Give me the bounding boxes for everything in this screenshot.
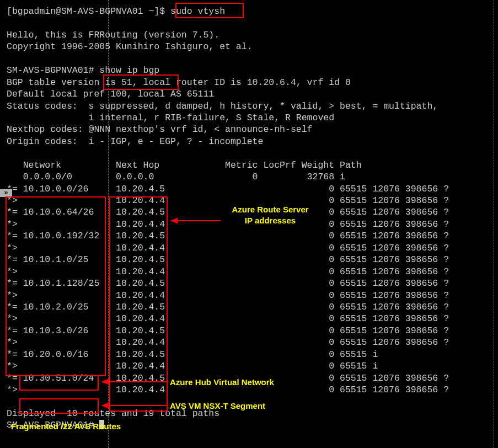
origin-codes: Origin codes: i - IGP, e - EGP, ? - inco…	[7, 136, 263, 147]
annotation-avs-segment: AVS VM NSX-T Segment	[170, 401, 265, 412]
annotation-fragmented: Fragmented /22 AVS Routes	[11, 421, 121, 432]
bgp-row: *= 10.10.1.0/25 10.20.4.5 0 65515 12076 …	[7, 254, 449, 265]
bgp-row: *> 10.20.4.4 0 65515 12076 398656 ?	[7, 313, 449, 324]
frr-copyright: Copyright 1996-2005 Kunihiro Ishiguro, e…	[7, 41, 253, 52]
bgp-row: *= 10.20.0.0/16 10.20.4.5 0 65515 i	[7, 349, 378, 360]
bgp-row: *> 10.20.4.4 0 65515 i	[7, 361, 378, 371]
annotation-ars: Azure Route ServerIP addresses	[221, 204, 320, 226]
svg-marker-3	[102, 379, 109, 385]
svg-marker-1	[171, 218, 178, 223]
status-codes-2: i internal, r RIB-failure, S Stale, R Re…	[7, 113, 334, 123]
bgp-row: *> 10.20.4.4 0 65515 12076 398656 ?	[7, 337, 449, 348]
shell-prompt: [bgpadmin@SM-AVS-BGPNVA01 ~]$	[7, 6, 170, 17]
bgp-header-row: Network Next Hop Metric LocPrf Weight Pa…	[7, 160, 362, 170]
arrow-ars	[165, 215, 221, 226]
bgp-row: *= 10.10.1.128/25 10.20.4.5 0 65515 1207…	[7, 278, 449, 289]
bgp-table-version: BGP table version is 51, local router ID…	[7, 77, 351, 88]
svg-marker-5	[102, 403, 109, 408]
bgp-row: *= 10.10.0.192/32 10.20.4.5 0 65515 1207…	[7, 231, 449, 241]
bgp-row: *= 10.10.3.0/26 10.20.4.5 0 65515 12076 …	[7, 326, 449, 336]
command-sudo-vtysh: sudo vtysh	[170, 6, 225, 17]
bgp-row: *> 10.20.4.4 0 65515 12076 398656 ?	[7, 243, 449, 253]
frr-prompt: SM-AVS-BGPNVA01#	[7, 65, 99, 76]
bgp-row: *> 10.20.4.4 0 65515 12076 398656 ?	[7, 266, 449, 277]
command-show-ip-bgp: show ip bgp	[99, 65, 159, 76]
default-local-pref: Default local pref 100, local AS 65111	[7, 89, 214, 99]
arrow-avs-segment	[97, 400, 168, 411]
scroll-indicator-icon[interactable]: »	[0, 189, 12, 197]
status-codes-1: Status codes: s suppressed, d damped, h …	[7, 101, 438, 111]
bgp-row: *> 10.20.4.4 0 65515 12076 398656 ?	[7, 290, 449, 301]
bgp-row: 0.0.0.0/0 0.0.0.0 0 32768 i	[7, 172, 345, 182]
bgp-row: *= 10.10.2.0/25 10.20.4.5 0 65515 12076 …	[7, 302, 449, 312]
frr-hello: Hello, this is FRRouting (version 7.5).	[7, 30, 219, 40]
arrow-hub	[97, 376, 168, 387]
nexthop-codes: Nexthop codes: @NNN nexthop's vrf id, < …	[7, 124, 313, 135]
annotation-hub: Azure Hub Virtual Network	[170, 377, 274, 388]
bgp-row: *= 10.10.0.0/26 10.20.4.5 0 65515 12076 …	[7, 184, 449, 194]
